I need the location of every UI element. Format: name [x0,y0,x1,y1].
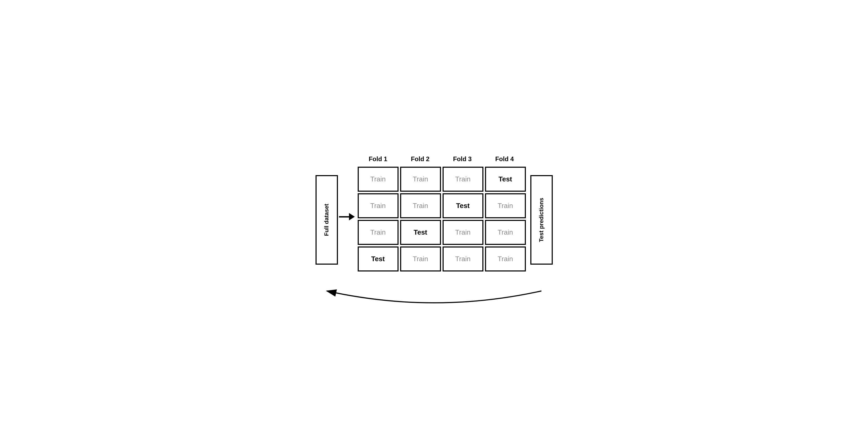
cell-label-0-0: Train [370,175,385,183]
fold-header-4: Fold 4 [484,154,525,164]
cell-0-1: Train [400,167,441,192]
cell-2-0: Train [358,220,399,245]
cell-2-3: Train [485,220,526,245]
cell-label-1-1: Train [413,202,428,210]
cell-3-3: Train [485,246,526,271]
cell-2-2: Train [442,220,484,245]
folds-area: Fold 1 Fold 2 Fold 3 Fold 4 Train Train … [358,154,526,271]
curved-arrow [315,273,553,294]
cell-2-1: Test [400,220,441,245]
cell-label-3-3: Train [498,255,513,263]
cell-1-1: Train [400,193,441,218]
cell-3-0: Test [358,246,399,271]
cell-label-0-3: Test [498,175,512,183]
cell-label-3-0: Test [371,255,385,263]
fold-header-1: Fold 1 [358,154,399,164]
cell-label-3-2: Train [455,255,470,263]
cell-label-0-1: Train [413,175,428,183]
cell-label-2-0: Train [370,228,385,236]
cell-0-2: Train [442,167,484,192]
cell-label-1-2: Test [456,202,470,210]
diagram-container: Full dataset Fold 1 Fold 2 Fold 3 Fold 4… [315,154,553,291]
cell-label-2-2: Train [455,228,470,236]
cell-0-3: Test [485,167,526,192]
cell-label-0-2: Train [455,175,470,183]
cell-3-2: Train [442,246,484,271]
cell-label-3-1: Train [413,255,428,263]
cell-1-2: Test [442,193,484,218]
cell-label-2-1: Test [413,228,427,236]
cell-label-1-0: Train [370,202,385,210]
fold-header-3: Fold 3 [442,154,483,164]
fold-header-2: Fold 2 [400,154,441,164]
cell-1-0: Train [358,193,399,218]
cell-1-3: Train [485,193,526,218]
test-predictions-label: Test predictions [538,198,545,242]
cell-3-1: Train [400,246,441,271]
test-predictions-box: Test predictions [530,175,553,265]
fold-grid: Train Train Train Test Train Train Test … [358,167,526,271]
cell-0-0: Train [358,167,399,192]
cell-label-2-3: Train [498,228,513,236]
full-dataset-label: Full dataset [323,204,330,236]
full-dataset-box: Full dataset [315,175,338,265]
fold-headers: Fold 1 Fold 2 Fold 3 Fold 4 [358,154,526,164]
cell-label-1-3: Train [498,202,513,210]
